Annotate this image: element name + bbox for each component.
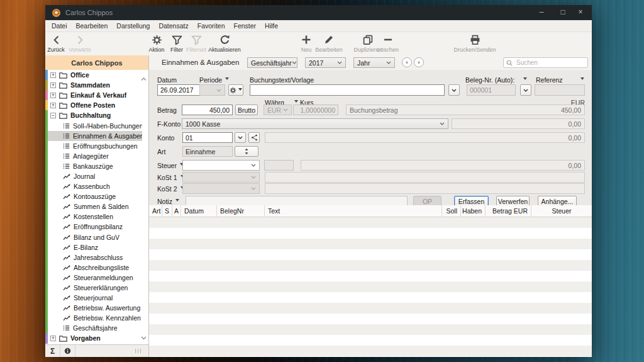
fkonto-select[interactable]: 1000 Kasse <box>182 118 448 129</box>
column-header-steuer[interactable]: Steuer <box>531 205 592 217</box>
column-header-art[interactable]: Art <box>149 205 162 217</box>
konto-input[interactable]: 01 <box>182 132 233 143</box>
collapse-icon[interactable]: − <box>50 113 56 118</box>
list-icon <box>63 325 70 331</box>
table-rows-area[interactable] <box>149 217 592 357</box>
kurs-value: 1,00000000 <box>301 106 335 114</box>
gear-menu-button[interactable] <box>228 84 243 96</box>
sidebar-item-label: Abschreibungsliste <box>74 264 129 271</box>
sidebar-item-steueranmeldungen[interactable]: Steueranmeldungen <box>45 273 148 283</box>
resize-grip[interactable] <box>135 349 141 353</box>
expand-icon[interactable]: + <box>50 336 56 341</box>
sidebar-footer: Σ <box>45 344 148 357</box>
page-title: Einnahmen & Ausgaben <box>162 59 239 66</box>
menu-item-hilfe[interactable]: Hilfe <box>260 22 282 30</box>
kost1-select <box>182 172 260 183</box>
art-stepper-button[interactable] <box>235 146 258 157</box>
expand-icon[interactable]: + <box>50 103 56 108</box>
expand-icon[interactable]: + <box>50 72 56 78</box>
sidebar-item-betriebsw-kennzahlen[interactable]: Betriebsw. Kennzahlen <box>45 313 148 323</box>
sidebar-item-stammdaten[interactable]: +Stammdaten <box>45 80 148 90</box>
column-header-datum[interactable]: Datum <box>181 205 217 217</box>
sidebar-item-label: Vorgaben <box>70 334 101 342</box>
sidebar-item-einnahmen-ausgaben[interactable]: Einnahmen & Ausgaben <box>45 131 148 141</box>
minimize-button[interactable]: – <box>535 5 548 20</box>
column-header-belegnr[interactable]: BelegNr <box>217 205 265 217</box>
betrag-input[interactable]: 450,00 <box>182 105 233 115</box>
sidebar-item-er-ffnungsbuchungen[interactable]: Eröffnungsbuchungen <box>45 141 148 151</box>
sidebar-item-abschreibungsliste[interactable]: Abschreibungsliste <box>45 263 148 273</box>
scroll-up-icon[interactable] <box>141 72 147 84</box>
period-granularity-select[interactable]: Jahr <box>353 57 395 68</box>
sum-button[interactable]: Σ <box>45 345 60 357</box>
sidebar-item-label: Kostenstellen <box>74 213 113 220</box>
sidebar-item-jahresabschluss[interactable]: Jahresabschluss <box>45 252 148 263</box>
chart-icon <box>63 254 70 261</box>
sidebar-item-einkauf-verkauf[interactable]: +Einkauf & Verkauf <box>45 90 148 100</box>
toolbar-refresh-button[interactable]: Aktualisieren <box>201 34 248 53</box>
sidebar-item-buchhaltung[interactable]: −Buchhaltung <box>45 110 148 120</box>
sidebar-item-vorgaben[interactable]: +Vorgaben <box>45 333 148 343</box>
scroll-down-icon[interactable] <box>141 331 147 342</box>
datum-input[interactable]: 26.09.2017 <box>157 84 201 96</box>
column-header-betrag-eur[interactable]: Betrag EUR <box>486 205 531 217</box>
toolbar-edit-button[interactable]: Bearbeiten <box>310 34 348 53</box>
menu-item-darstellung[interactable]: Darstellung <box>112 22 154 30</box>
column-header-a[interactable]: A <box>172 205 181 217</box>
sidebar-item-offene-posten[interactable]: +Offene Posten <box>45 100 148 110</box>
sidebar-item-kontoausz-ge[interactable]: Kontoauszüge <box>45 191 148 201</box>
info-button[interactable] <box>60 345 75 357</box>
toolbar-print-button[interactable]: Drucken/Senden <box>447 34 503 53</box>
sidebar-item-anlageg-ter[interactable]: Anlagegüter <box>45 151 148 161</box>
expand-icon[interactable]: + <box>50 82 56 88</box>
buchungstext-dropdown-button[interactable] <box>448 84 460 96</box>
close-button[interactable]: × <box>574 5 587 20</box>
prev-period-button[interactable]: ‹ <box>402 57 412 67</box>
column-header-s[interactable]: S <box>162 205 172 217</box>
filter-type-select[interactable]: Geschäftsjahr <box>247 57 297 68</box>
menu-item-favoriten[interactable]: Favoriten <box>193 22 230 30</box>
sidebar-item-soll-haben-buchungen[interactable]: Soll-/Haben-Buchungen <box>45 120 148 130</box>
sidebar-item-bilanz-und-guv[interactable]: Bilanz und GuV <box>45 232 148 242</box>
konto-split-button[interactable] <box>248 132 260 143</box>
belegnr-dropdown-button[interactable] <box>520 84 531 96</box>
search-input[interactable] <box>515 59 585 67</box>
art-input: Einnahme <box>182 146 233 157</box>
sidebar-item-gesch-ftsjahre[interactable]: Geschäftsjahre <box>45 323 148 333</box>
sidebar-item-label: Soll-/Haben-Buchungen <box>73 122 142 130</box>
sidebar-item-label: Offene Posten <box>70 101 115 109</box>
sidebar-item-e-bilanz[interactable]: E-Bilanz <box>45 242 148 252</box>
sidebar-item-office[interactable]: +Office <box>45 70 148 80</box>
sidebar-item-summen-salden[interactable]: Summen & Salden <box>45 201 148 212</box>
menu-item-bearbeiten[interactable]: Bearbeiten <box>72 22 113 30</box>
chart-icon <box>63 193 70 200</box>
brutto-button[interactable]: Brutto <box>235 105 258 115</box>
buchungstext-input[interactable] <box>250 84 445 96</box>
steuer-select[interactable] <box>182 160 260 171</box>
sidebar-item-er-ffnungsbilanz[interactable]: Eröffnungsbilanz <box>45 222 148 232</box>
toolbar-forward-button: Vorwärts <box>62 34 97 53</box>
menu-item-fenster[interactable]: Fenster <box>230 22 261 30</box>
maximize-button[interactable]: □ <box>557 5 569 20</box>
search-box[interactable] <box>503 57 588 68</box>
next-period-button[interactable]: › <box>414 57 424 67</box>
sidebar-item-steuerjournal[interactable]: Steuerjournal <box>45 293 148 303</box>
year-select[interactable]: 2017 <box>305 57 346 68</box>
sidebar-item-bankausz-ge[interactable]: Bankauszüge <box>45 161 148 171</box>
konto-dropdown-button[interactable] <box>235 132 246 143</box>
column-header-haben[interactable]: Haben <box>461 205 486 217</box>
sidebar-item-betriebsw-auswertung[interactable]: Betriebsw. Auswertung <box>45 303 148 313</box>
column-header-soll[interactable]: Soll <box>442 205 461 217</box>
menu-item-datei[interactable]: Datei <box>47 22 72 30</box>
menu-item-datensatz[interactable]: Datensatz <box>154 22 192 30</box>
chevron-right-icon: › <box>418 60 420 65</box>
sidebar-item-kassenbuch[interactable]: Kassenbuch <box>45 181 148 191</box>
expand-icon[interactable]: + <box>50 93 56 98</box>
chevron-left-icon <box>52 34 61 45</box>
toolbar-delete-button[interactable]: Löschen <box>372 34 404 53</box>
dropdown-mark-icon <box>523 77 527 82</box>
sidebar-item-kostenstellen[interactable]: Kostenstellen <box>45 212 148 222</box>
sidebar-item-steuererkl-rungen[interactable]: Steuererklärungen <box>45 283 148 293</box>
sidebar-item-journal[interactable]: Journal <box>45 171 148 181</box>
column-header-text[interactable]: Text <box>265 205 442 217</box>
